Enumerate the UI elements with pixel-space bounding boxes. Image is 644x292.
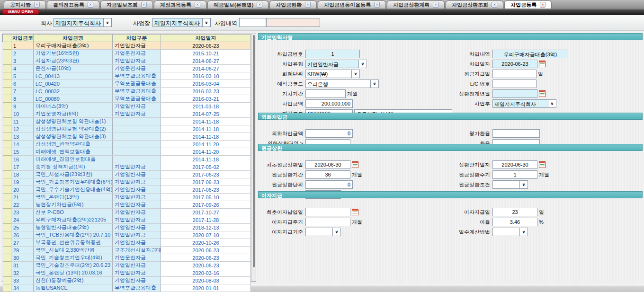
loan-row[interactable]: 22농협장기차입금(5억)기업일반자금2017-09-26 (3, 201, 251, 209)
row-selector-cell[interactable] (3, 95, 11, 103)
row-selector-cell[interactable] (3, 284, 11, 292)
cell-type[interactable]: 기업일반자금 (113, 163, 161, 171)
cell-name[interactable]: 국민_TCB신용대출(2억) 20.7.10 (34, 231, 113, 239)
cell-type[interactable]: 기업일반자금 (113, 262, 161, 269)
cell-type[interactable]: 기업일반자금 (113, 224, 161, 231)
cell-date[interactable]: 2016-03-23 (161, 88, 251, 95)
cell-type[interactable]: 무역포괄금융대출 (113, 284, 161, 292)
eval-exchange-rate-field[interactable] (492, 129, 540, 138)
interest-payment-cycle-field[interactable] (305, 218, 350, 226)
cell-date[interactable]: 2017-06-23 (161, 186, 251, 194)
cell-code[interactable]: 34 (11, 284, 34, 292)
deposit-code-select[interactable]: 우리은행∨ (305, 80, 379, 88)
calendar-icon[interactable] (539, 90, 546, 97)
loan-row[interactable]: 24우리구매자금대출(2억)221205기업일반자금2017-11-28 (3, 216, 251, 224)
loan-row[interactable]: 4운전자금(10억)기업운전자금2014-06-27 (3, 65, 251, 72)
table-scrollbar[interactable] (251, 34, 256, 281)
cell-type[interactable] (113, 118, 161, 125)
row-selector-cell[interactable] (3, 72, 11, 80)
cell-code[interactable]: 7 (11, 88, 34, 95)
loan-row[interactable]: 12삼성생명단체보험 약관대출(2)2014-11-18 (3, 125, 251, 133)
cell-code[interactable]: 13 (11, 133, 34, 141)
cell-name[interactable]: 농협USANCE (34, 284, 113, 292)
column-header[interactable]: 차입구분 (113, 35, 161, 42)
tab-close-icon[interactable]: ✕ (374, 2, 380, 8)
cell-date[interactable]: 2014-11-18 (161, 156, 251, 163)
cell-name[interactable]: 미래에셋_변액보험대출 (34, 148, 113, 156)
row-selector-cell[interactable] (3, 163, 11, 171)
loan-row[interactable]: 5LC_00413무역포괄금융대출2016-03-10 (3, 72, 251, 80)
cell-code[interactable]: 5 (11, 72, 34, 80)
cell-type[interactable]: 기업일반자금 (113, 110, 161, 118)
row-selector-cell[interactable] (3, 118, 11, 125)
cell-code[interactable]: 18 (11, 171, 34, 178)
cell-code[interactable]: 15 (11, 148, 34, 156)
column-header[interactable]: 차입금코드 (11, 35, 34, 42)
cell-type[interactable]: 무역포괄금융대출 (113, 88, 161, 95)
cell-type[interactable] (113, 125, 161, 133)
cell-type[interactable]: 기업일반자금 (113, 277, 161, 284)
cell-code[interactable]: 29 (11, 247, 34, 254)
cell-date[interactable]: 2014-11-20 (161, 148, 251, 156)
row-selector-cell[interactable] (3, 110, 11, 118)
principal-repayment-cycle-field[interactable]: 1 (492, 170, 537, 179)
cell-date[interactable]: 2011-03-18 (161, 103, 251, 110)
row-selector-cell[interactable] (3, 269, 11, 277)
tab-close-icon[interactable]: ✕ (305, 2, 311, 8)
cell-code[interactable]: 24 (11, 216, 34, 224)
cell-date[interactable]: 2014-07-25 (161, 110, 251, 118)
tab-item[interactable]: 결의전표등록✕ (47, 0, 99, 9)
tab-close-icon[interactable]: ✕ (34, 2, 40, 8)
row-selector-cell[interactable] (3, 156, 11, 163)
cell-name[interactable]: 삼성생명단체보험 약관대출(1) (34, 118, 113, 125)
cell-date[interactable]: 2017-11-28 (161, 216, 251, 224)
loan-row[interactable]: 30국민_기술창조기업우대(4억)기업운전자금2020-06-23 (3, 254, 251, 262)
cell-code[interactable]: 26 (11, 231, 34, 239)
cell-code[interactable]: 21 (11, 194, 34, 201)
cell-date[interactable]: 2017-05-02 (161, 163, 251, 171)
cell-code[interactable]: 12 (11, 125, 34, 133)
loan-row[interactable]: 17중기청 정책자금(1억)기업일반자금2017-05-02 (3, 163, 251, 171)
cell-date[interactable]: 2014-06-27 (161, 65, 251, 72)
tab-close-icon[interactable]: ✕ (195, 2, 200, 8)
cell-name[interactable]: 국민_시설대 2,330백만원 (34, 247, 113, 254)
tab-item[interactable]: 공지사항✕ (4, 0, 46, 9)
cell-type[interactable]: 기업일반자금 (113, 42, 161, 50)
calendar-icon[interactable] (539, 161, 546, 168)
cell-name[interactable]: 국민_온랜딩(13억) (34, 194, 113, 201)
cell-type[interactable]: 기업일반자금 (113, 178, 161, 186)
cell-date[interactable]: 2016-03-04 (161, 80, 251, 88)
cell-type[interactable] (113, 133, 161, 141)
cell-date[interactable]: 2017-05-10 (161, 194, 251, 201)
loan-row[interactable]: 15미래에셋_변액보험대출2014-11-20 (3, 148, 251, 156)
cell-date[interactable]: 2014-11-18 (161, 133, 251, 141)
cell-name[interactable]: 국민_시설자금(23억3천) (34, 171, 113, 178)
interest-payment-basis-select[interactable]: ∨ (305, 228, 341, 236)
row-selector-cell[interactable] (3, 239, 11, 247)
loan-row[interactable]: 26국민_TCB신용대출(2억) 20.7.10기업일반자금2020-07-10 (3, 231, 251, 239)
cell-code[interactable]: 22 (11, 201, 34, 209)
interest-payment-day-field[interactable]: 23 (492, 208, 537, 216)
loan-row[interactable]: 33신한(-)통장예금(2억)기업일반자금2020-08-03 (3, 277, 251, 284)
cell-type[interactable]: 기업일반자금 (113, 103, 161, 110)
cell-date[interactable]: 2020-03-16 (161, 269, 251, 277)
cell-code[interactable]: 3 (11, 57, 34, 65)
lc-number-field[interactable] (492, 80, 537, 88)
row-selector-cell[interactable] (3, 231, 11, 239)
row-selector-cell[interactable] (3, 50, 11, 57)
cell-name[interactable]: 삼성생명_변액약관대출 (34, 141, 113, 148)
cell-type[interactable]: 무역포괄금융대출 (113, 72, 161, 80)
cell-code[interactable]: 1 (11, 42, 34, 50)
cell-name[interactable]: LC_00032 (34, 88, 113, 95)
cell-name[interactable]: 삼성생명단체보험 약관대출(3) (34, 133, 113, 141)
cell-code[interactable]: 27 (11, 239, 34, 247)
row-selector-cell[interactable] (3, 133, 11, 141)
cell-date[interactable]: 2017-06-23 (161, 178, 251, 186)
day-count-method-select[interactable]: ∨ (492, 228, 528, 236)
cell-name[interactable]: LC_00420 (34, 80, 113, 88)
cell-name[interactable]: 시설자금(23억3천) (34, 57, 113, 65)
row-selector-cell[interactable] (3, 254, 11, 262)
tab-item[interactable]: 차입금현황✕ (269, 0, 317, 9)
row-selector-cell[interactable] (3, 224, 11, 231)
cell-date[interactable]: 2018-12-13 (161, 224, 251, 231)
